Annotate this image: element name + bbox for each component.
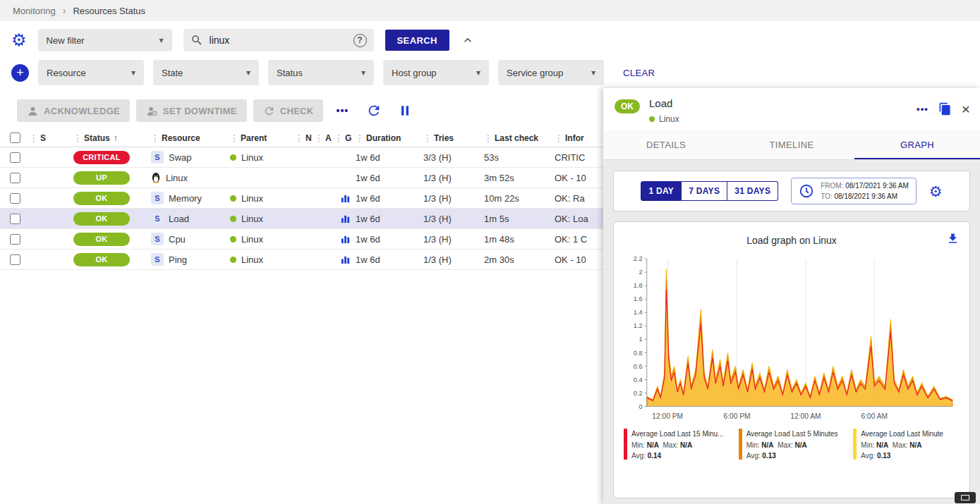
- add-criteria-button[interactable]: +: [11, 64, 29, 82]
- drag-handle-icon: ⋮: [73, 133, 82, 143]
- criteria-label: Host group: [392, 68, 437, 78]
- check-button[interactable]: CHECK: [253, 99, 324, 122]
- graph-settings-gear-icon[interactable]: ⚙: [929, 184, 943, 199]
- row-checkbox[interactable]: [10, 234, 20, 245]
- column-header-information[interactable]: ⋮Infor: [555, 133, 604, 143]
- graph-icon[interactable]: [334, 235, 356, 244]
- table-row-selected[interactable]: OK SLoad Linux 1w 6d 1/3 (H) 1m 5s OK: L…: [0, 209, 604, 229]
- select-all-checkbox[interactable]: [10, 133, 20, 143]
- table-row[interactable]: OK SPing Linux 1w 6d 1/3 (H) 2m 30s OK -…: [0, 250, 604, 270]
- graph-icon[interactable]: [334, 194, 356, 203]
- actions-toolbar: ACKNOWLEDGE SET DOWNTIME CHECK •••: [0, 92, 604, 129]
- duration-value: 1w 6d: [356, 193, 423, 204]
- column-header-resource[interactable]: ⋮Resource: [151, 133, 230, 143]
- column-header-status[interactable]: ⋮Status↑: [73, 133, 151, 143]
- criteria-label: Service group: [507, 68, 563, 78]
- overlay-widget[interactable]: [955, 492, 976, 503]
- range-7-days-button[interactable]: 7 DAYS: [682, 181, 727, 201]
- criteria-select-state[interactable]: State ▾: [153, 60, 259, 85]
- row-checkbox[interactable]: [10, 173, 20, 183]
- collapse-filters-chevron-icon[interactable]: [461, 33, 475, 47]
- parent-name: Linux: [241, 193, 263, 204]
- last-check-value: 2m 30s: [484, 254, 555, 265]
- table-row[interactable]: UP Linux 1w 6d 1/3 (H) 3m 52s OK - 10: [0, 168, 604, 188]
- column-header-parent[interactable]: ⋮Parent: [230, 133, 295, 143]
- row-checkbox[interactable]: [10, 254, 20, 265]
- pause-refresh-button[interactable]: [393, 104, 417, 118]
- duration-value: 1w 6d: [356, 234, 423, 245]
- clear-filters-button[interactable]: CLEAR: [623, 68, 655, 78]
- filter-settings-gear-icon[interactable]: ⚙: [11, 32, 27, 49]
- criteria-select-service-group[interactable]: Service group ▾: [498, 60, 604, 85]
- table-row[interactable]: CRITICAL SSwap Linux 1w 6d 3/3 (H) 53s C…: [0, 147, 604, 168]
- resource-name: Load: [169, 214, 189, 224]
- person-icon: [27, 105, 39, 117]
- last-check-value: 3m 52s: [484, 173, 555, 183]
- row-checkbox[interactable]: [10, 193, 20, 204]
- legend-item-load15[interactable]: Average Load Last 15 Minu... Min: N/A Ma…: [624, 429, 730, 462]
- information-value: OK - 10: [555, 173, 604, 183]
- chevron-down-icon: ▾: [159, 35, 163, 45]
- parent-status-dot-icon: [230, 195, 236, 202]
- screen-frame-icon: [961, 495, 969, 500]
- criteria-select-resource[interactable]: Resource ▾: [38, 60, 144, 85]
- search-box[interactable]: ?: [183, 29, 374, 51]
- tab-details[interactable]: DETAILS: [603, 130, 729, 159]
- range-1-day-button[interactable]: 1 DAY: [641, 181, 682, 201]
- column-header-duration[interactable]: ⋮Duration: [356, 133, 423, 143]
- panel-header: OK Load Linux ••• ×: [603, 88, 980, 130]
- column-header-tries[interactable]: ⋮Tries: [423, 133, 484, 143]
- row-checkbox[interactable]: [10, 214, 20, 224]
- parent-name: Linux: [241, 234, 263, 245]
- panel-more-button[interactable]: •••: [917, 104, 928, 114]
- export-graph-icon[interactable]: [946, 232, 960, 247]
- svg-text:2.2: 2.2: [634, 255, 643, 262]
- legend-item-load5[interactable]: Average Load Last 5 Minutes Min: N/A Max…: [739, 429, 845, 462]
- search-button[interactable]: SEARCH: [385, 30, 449, 51]
- custom-time-period[interactable]: FROM: 08/17/2021 9:36 AM TO: 08/18/2021 …: [791, 178, 917, 204]
- search-input[interactable]: [210, 35, 347, 46]
- tab-graph[interactable]: GRAPH: [854, 130, 980, 159]
- saved-filter-select[interactable]: New filter ▾: [38, 29, 172, 51]
- close-panel-button[interactable]: ×: [962, 102, 970, 116]
- copy-link-icon[interactable]: [938, 102, 952, 116]
- load-graph-chart[interactable]: 12:00 PM6:00 PM12:00 AM6:00 AM00.20.40.6…: [622, 252, 961, 426]
- drag-handle-icon: ⋮: [334, 133, 343, 143]
- parent-status-dot-icon: [230, 216, 236, 222]
- graph-icon[interactable]: [334, 255, 356, 264]
- to-label: TO:: [821, 192, 832, 200]
- column-header-action[interactable]: ⋮A: [315, 133, 334, 143]
- column-header-graph[interactable]: ⋮G: [334, 133, 356, 143]
- column-header-last-check[interactable]: ⋮Last check: [484, 133, 555, 143]
- tab-timeline[interactable]: TIMELINE: [729, 130, 854, 159]
- tries-value: 1/3 (H): [423, 193, 484, 204]
- search-help-icon[interactable]: ?: [353, 34, 367, 47]
- legend-swatch: [853, 429, 857, 460]
- graph-icon[interactable]: [334, 214, 356, 223]
- refresh-button[interactable]: [361, 103, 387, 118]
- panel-tabs: DETAILS TIMELINE GRAPH: [603, 130, 980, 160]
- set-downtime-button[interactable]: SET DOWNTIME: [136, 99, 247, 122]
- svg-text:1.6: 1.6: [634, 295, 643, 302]
- information-value: OK - 10: [555, 254, 604, 265]
- breadcrumb-item-monitoring[interactable]: Monitoring: [13, 6, 56, 16]
- resource-name: Ping: [169, 254, 187, 265]
- chevron-right-icon: ›: [63, 5, 66, 16]
- svg-text:1.2: 1.2: [634, 322, 643, 329]
- table-row[interactable]: OK SCpu Linux 1w 6d 1/3 (H) 1m 48s OK: 1…: [0, 229, 604, 250]
- row-checkbox[interactable]: [10, 152, 20, 163]
- column-header-notes[interactable]: ⋮N: [295, 133, 315, 143]
- legend-item-load1[interactable]: Average Load Last Minute Min: N/A Max: N…: [853, 429, 960, 462]
- table-row[interactable]: OK SMemory Linux 1w 6d 1/3 (H) 10m 22s O…: [0, 188, 604, 209]
- acknowledge-button[interactable]: ACKNOWLEDGE: [17, 99, 130, 122]
- graph-title: Load graph on Linux: [622, 235, 961, 246]
- criteria-select-host-group[interactable]: Host group ▾: [383, 60, 489, 85]
- drag-handle-icon: ⋮: [151, 133, 159, 143]
- criteria-select-status[interactable]: Status ▾: [268, 60, 374, 85]
- more-actions-button[interactable]: •••: [329, 105, 355, 116]
- service-icon: S: [151, 151, 164, 164]
- range-31-days-button[interactable]: 31 DAYS: [727, 181, 778, 201]
- column-header-severity[interactable]: ⋮S: [30, 133, 73, 143]
- breadcrumb-item-resources-status[interactable]: Resources Status: [73, 6, 145, 16]
- graph-card: Load graph on Linux 12:00 PM6:00 PM12:00…: [613, 221, 970, 498]
